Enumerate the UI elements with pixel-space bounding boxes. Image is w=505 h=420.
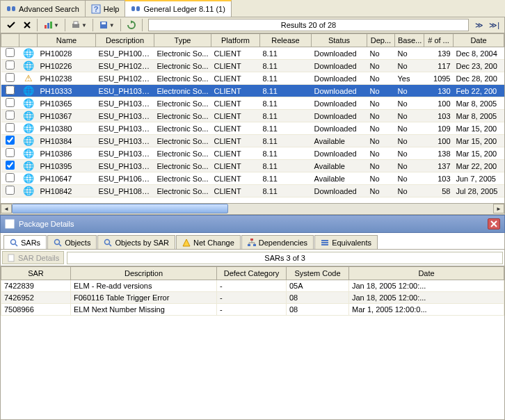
dtab-equivalents[interactable]: Equivalents bbox=[314, 235, 378, 249]
table-row[interactable]: 🌐PH10333ESU_PH1033...Electronic So...CLI… bbox=[1, 85, 504, 97]
column-header[interactable]: SAR bbox=[1, 267, 71, 280]
tab-help[interactable]: ? Help bbox=[85, 0, 126, 17]
svg-rect-4 bbox=[131, 6, 135, 11]
cancel-button[interactable] bbox=[20, 19, 34, 31]
column-header[interactable]: Base... bbox=[395, 34, 424, 47]
check-button[interactable] bbox=[3, 19, 19, 31]
table-row[interactable]: 🌐PH10367ESU_PH1036...Electronic So...CLI… bbox=[1, 110, 504, 122]
svg-rect-7 bbox=[47, 23, 49, 29]
scroll-thumb[interactable] bbox=[12, 204, 228, 213]
cell-description: ESU_PH1002... bbox=[96, 47, 154, 60]
table-row[interactable]: 🌐PH10395ESU_PH1039...Electronic So...CLI… bbox=[1, 160, 504, 172]
cell-num: 109 bbox=[424, 122, 454, 135]
row-checkbox[interactable] bbox=[6, 98, 15, 107]
table-row[interactable]: 🌐PH10647ESU_PH1064...Electronic So...CLI… bbox=[1, 172, 504, 185]
panel-icon bbox=[5, 219, 15, 229]
cell-description: ESU_PH1038... bbox=[96, 147, 154, 160]
cell-status: Downloaded bbox=[312, 85, 367, 97]
chart-button[interactable]: ▼ bbox=[40, 19, 62, 31]
tab-advanced-search[interactable]: Advanced Search bbox=[0, 0, 86, 17]
grid-horizontal-scrollbar[interactable]: ◄ ► bbox=[0, 204, 505, 215]
column-header[interactable] bbox=[1, 34, 19, 47]
column-header[interactable] bbox=[19, 34, 38, 47]
sar-details-label: SAR Details bbox=[18, 254, 59, 262]
cell-description: ESU_PH1038... bbox=[96, 122, 154, 135]
cell-base: No bbox=[395, 97, 424, 110]
table-row[interactable]: 🌐PH10842ESU_PH1084...Electronic So...CLI… bbox=[1, 185, 504, 197]
table-row[interactable]: 🌐PH10386ESU_PH1038...Electronic So...CLI… bbox=[1, 147, 504, 160]
column-header[interactable]: Name bbox=[38, 34, 96, 47]
row-checkbox[interactable] bbox=[6, 173, 15, 182]
globe-icon: 🌐 bbox=[23, 60, 34, 71]
sar-details-button[interactable]: SAR Details bbox=[2, 251, 64, 264]
svg-rect-1 bbox=[12, 6, 15, 11]
refresh-button[interactable] bbox=[124, 19, 139, 31]
close-button[interactable] bbox=[488, 218, 500, 229]
column-header[interactable]: Release bbox=[260, 34, 312, 47]
cell-sar: 7426952 bbox=[1, 292, 71, 304]
dtab-net-change[interactable]: Net Change bbox=[176, 235, 241, 249]
dtab-objects[interactable]: Objects bbox=[47, 235, 97, 249]
cell-base: No bbox=[395, 110, 424, 122]
row-checkbox[interactable] bbox=[6, 48, 15, 57]
column-header[interactable]: Date bbox=[349, 267, 504, 280]
cell-type: Electronic So... bbox=[154, 172, 211, 185]
row-checkbox[interactable] bbox=[6, 111, 15, 120]
table-row[interactable]: 7422839 ELM - Re-add versions - 05A Jan … bbox=[1, 280, 504, 292]
cell-type: Electronic So... bbox=[154, 47, 211, 60]
tab-general-ledger[interactable]: General Ledger 8.11 (1) bbox=[125, 0, 231, 17]
column-header[interactable]: # of ... bbox=[424, 34, 454, 47]
cell-description: ESU_PH1038... bbox=[96, 135, 154, 147]
scroll-right-button[interactable]: ► bbox=[493, 204, 504, 213]
row-checkbox[interactable] bbox=[6, 60, 15, 70]
cell-description: ELM - Re-add versions bbox=[71, 280, 217, 292]
table-row[interactable]: 🌐PH10384ESU_PH1038...Electronic So...CLI… bbox=[1, 135, 504, 147]
table-row[interactable]: 🌐PH10365ESU_PH1036...Electronic So...CLI… bbox=[1, 97, 504, 110]
column-header[interactable]: Description bbox=[71, 267, 217, 280]
row-checkbox[interactable] bbox=[6, 136, 15, 145]
column-header[interactable]: System Code bbox=[287, 267, 349, 280]
cell-status: Downloaded bbox=[312, 185, 367, 197]
dtab-objects-by-sar[interactable]: Objects by SAR bbox=[97, 235, 175, 249]
cell-release: 8.11 bbox=[260, 147, 312, 160]
column-header[interactable]: Status bbox=[312, 34, 367, 47]
cell-name: PH10367 bbox=[38, 110, 96, 122]
cell-description: F060116 Table Trigger Error bbox=[71, 292, 217, 304]
column-header[interactable]: Type bbox=[154, 34, 211, 47]
scroll-left-button[interactable]: ◄ bbox=[1, 204, 12, 213]
cell-defect-category: - bbox=[217, 292, 287, 304]
save-button[interactable]: ▼ bbox=[96, 19, 118, 31]
column-header[interactable]: Defect Category bbox=[217, 267, 287, 280]
row-checkbox[interactable] bbox=[6, 123, 15, 132]
row-checkbox[interactable] bbox=[6, 148, 15, 157]
last-page-button[interactable]: ≫| bbox=[487, 21, 502, 30]
table-row[interactable]: 7426952 F060116 Table Trigger Error - 08… bbox=[1, 292, 504, 304]
column-header[interactable]: Dep... bbox=[367, 34, 395, 47]
table-row[interactable]: 🌐PH10380ESU_PH1038...Electronic So...CLI… bbox=[1, 122, 504, 135]
table-row[interactable]: 🌐PH10028ESU_PH1002...Electronic So...CLI… bbox=[1, 47, 504, 60]
help-icon: ? bbox=[91, 4, 101, 14]
column-header[interactable]: Platform bbox=[211, 34, 260, 47]
scroll-track[interactable] bbox=[12, 204, 493, 213]
dtab-sars[interactable]: SARs bbox=[3, 235, 47, 249]
row-checkbox[interactable] bbox=[6, 73, 15, 82]
row-checkbox[interactable] bbox=[6, 86, 15, 95]
cell-dep: No bbox=[367, 135, 395, 147]
row-checkbox[interactable] bbox=[6, 161, 15, 170]
column-header[interactable]: Description bbox=[96, 34, 154, 47]
cell-date: Mar 8, 2005 bbox=[454, 110, 504, 122]
row-checkbox[interactable] bbox=[6, 186, 15, 195]
dtab-dependencies[interactable]: Dependencies bbox=[241, 235, 314, 249]
print-button[interactable]: ▼ bbox=[68, 19, 90, 31]
column-header[interactable]: Date bbox=[454, 34, 504, 47]
table-row[interactable]: ⚠PH10238ESU_PH1023...Electronic So...CLI… bbox=[1, 72, 504, 85]
next-page-button[interactable]: ≫ bbox=[473, 21, 486, 30]
svg-line-18 bbox=[15, 244, 17, 246]
cell-description: ESU_PH1064... bbox=[96, 172, 154, 185]
cell-system-code: 05A bbox=[287, 280, 349, 292]
cell-date: Jan 18, 2005 12:00:... bbox=[349, 292, 504, 304]
cell-sar: 7508966 bbox=[1, 304, 71, 316]
table-row[interactable]: 7508966 ELM Next Number Missing - 08 Mar… bbox=[1, 304, 504, 316]
table-row[interactable]: 🌐PH10226ESU_PH1022...Electronic So...CLI… bbox=[1, 60, 504, 72]
cell-type: Electronic So... bbox=[154, 122, 211, 135]
